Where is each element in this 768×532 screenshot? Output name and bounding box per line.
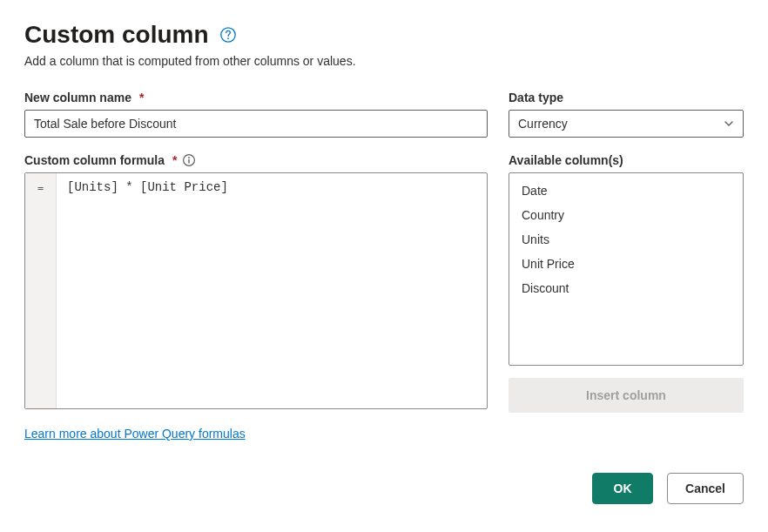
list-item[interactable]: Unit Price [509,252,743,276]
page-subtitle: Add a column that is computed from other… [24,54,744,68]
insert-column-button: Insert column [509,378,744,413]
new-column-name-label: New column name* [24,91,488,104]
info-icon[interactable] [182,153,196,167]
svg-point-3 [189,157,191,158]
chevron-down-icon [724,118,734,129]
learn-more-link[interactable]: Learn more about Power Query formulas [24,427,246,441]
new-column-name-input[interactable] [24,110,488,138]
data-type-label: Data type [509,91,744,104]
page-title: Custom column [24,21,209,49]
cancel-button[interactable]: Cancel [667,473,744,504]
help-icon[interactable] [219,26,237,44]
svg-point-1 [227,37,229,39]
svg-rect-4 [189,159,190,164]
list-item[interactable]: Date [509,178,743,203]
data-type-value: Currency [518,117,568,131]
available-columns-list[interactable]: Date Country Units Unit Price Discount [509,172,744,366]
formula-label: Custom column formula* [24,153,488,167]
formula-gutter: = [25,173,57,408]
list-item[interactable]: Units [509,227,743,252]
ok-button[interactable]: OK [592,473,653,504]
list-item[interactable]: Discount [509,276,743,300]
list-item[interactable]: Country [509,203,743,227]
formula-text[interactable]: [Units] * [Unit Price] [57,173,487,408]
data-type-select[interactable]: Currency [509,110,744,138]
formula-editor[interactable]: = [Units] * [Unit Price] [24,172,488,409]
available-columns-label: Available column(s) [509,153,744,167]
